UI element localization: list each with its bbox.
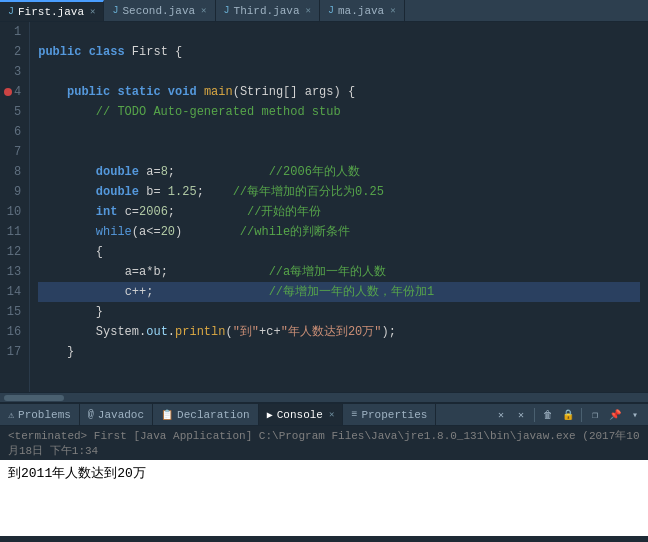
tab-second-java[interactable]: J Second.java ✕ xyxy=(104,0,215,21)
bottom-tab-label-problems: Problems xyxy=(18,409,71,421)
code-line-12: { xyxy=(38,242,640,262)
toolbar-separator-1 xyxy=(534,408,535,422)
code-line-8: double a=8; //2006年的人数 xyxy=(38,162,640,182)
bottom-tab-properties[interactable]: ≡ Properties xyxy=(343,404,436,425)
declaration-icon: 📋 xyxy=(161,409,173,421)
pin-console-button[interactable]: 📌 xyxy=(606,406,624,424)
code-line-14: c++; //每增加一年的人数，年份加1 xyxy=(38,282,640,302)
tab-label-ma: ma.java xyxy=(338,5,384,17)
bottom-tab-label-console: Console xyxy=(277,409,323,421)
properties-icon: ≡ xyxy=(351,409,357,420)
breakpoint-dot-4 xyxy=(4,88,12,96)
code-line-6 xyxy=(38,122,640,142)
tab-icon-third: J xyxy=(224,5,230,16)
tab-close-second[interactable]: ✕ xyxy=(201,5,206,16)
code-area: 1 2 3 4 5 6 7 8 9 10 11 12 13 14 15 16 1… xyxy=(0,22,648,392)
console-output: 到2011年人数达到20万 xyxy=(0,460,648,536)
view-menu-button[interactable]: ▾ xyxy=(626,406,644,424)
tab-icon-ma: J xyxy=(328,5,334,16)
tab-label-second: Second.java xyxy=(122,5,195,17)
editor-scrollbar[interactable] xyxy=(0,392,648,402)
bottom-tab-declaration[interactable]: 📋 Declaration xyxy=(153,404,259,425)
tab-close-third[interactable]: ✕ xyxy=(306,5,311,16)
tab-icon-second: J xyxy=(112,5,118,16)
console-toolbar: ✕ ✕ 🗑 🔒 ❐ 📌 ▾ xyxy=(492,404,648,425)
bottom-tab-label-javadoc: Javadoc xyxy=(98,409,144,421)
scrollbar-thumb[interactable] xyxy=(4,395,64,401)
bottom-tab-console[interactable]: ▶ Console ✕ xyxy=(259,404,344,425)
code-line-4: public static void main(String[] args) { xyxy=(38,82,640,102)
code-line-1 xyxy=(38,22,640,42)
tab-bar: J First.java ✕ J Second.java ✕ J Third.j… xyxy=(0,0,648,22)
tab-third-java[interactable]: J Third.java ✕ xyxy=(216,0,320,21)
line-numbers: 1 2 3 4 5 6 7 8 9 10 11 12 13 14 15 16 1… xyxy=(0,22,30,392)
bottom-tab-problems[interactable]: ⚠ Problems xyxy=(0,404,80,425)
tab-label-third: Third.java xyxy=(234,5,300,17)
console-tab-close[interactable]: ✕ xyxy=(329,409,334,420)
tab-close-first[interactable]: ✕ xyxy=(90,6,95,17)
tab-label-first: First.java xyxy=(18,6,84,18)
code-line-10: int c=2006; //开始的年份 xyxy=(38,202,640,222)
tab-icon-first: J xyxy=(8,6,14,17)
problems-icon: ⚠ xyxy=(8,409,14,421)
code-line-2: public class First { xyxy=(38,42,640,62)
tab-close-ma[interactable]: ✕ xyxy=(390,5,395,16)
scroll-lock-button[interactable]: 🔒 xyxy=(559,406,577,424)
code-line-13: a=a*b; //a每增加一年的人数 xyxy=(38,262,640,282)
javadoc-icon: @ xyxy=(88,409,94,420)
terminated-line: <terminated> First [Java Application] C:… xyxy=(0,426,648,460)
new-console-button[interactable]: ❐ xyxy=(586,406,604,424)
bottom-panel: <terminated> First [Java Application] C:… xyxy=(0,426,648,536)
remove-launch-button[interactable]: ✕ xyxy=(512,406,530,424)
code-line-16: System.out.println("到"+c+"年人数达到20万"); xyxy=(38,322,640,342)
bottom-tab-javadoc[interactable]: @ Javadoc xyxy=(80,404,153,425)
code-editor: 1 2 3 4 5 6 7 8 9 10 11 12 13 14 15 16 1… xyxy=(0,22,648,402)
code-line-5: // TODO Auto-generated method stub xyxy=(38,102,640,122)
toolbar-separator-2 xyxy=(581,408,582,422)
code-line-11: while(a<=20) //while的判断条件 xyxy=(38,222,640,242)
terminate-button[interactable]: ✕ xyxy=(492,406,510,424)
bottom-tab-label-declaration: Declaration xyxy=(177,409,250,421)
code-lines[interactable]: public class First { public static void … xyxy=(30,22,648,392)
bottom-tab-bar: ⚠ Problems @ Javadoc 📋 Declaration ▶ Con… xyxy=(0,402,648,426)
code-line-17: } xyxy=(38,342,640,362)
code-line-9: double b= 1.25; //每年增加的百分比为0.25 xyxy=(38,182,640,202)
clear-console-button[interactable]: 🗑 xyxy=(539,406,557,424)
console-icon: ▶ xyxy=(267,409,273,421)
code-line-15: } xyxy=(38,302,640,322)
code-line-7 xyxy=(38,142,640,162)
tab-ma-java[interactable]: J ma.java ✕ xyxy=(320,0,405,21)
code-line-3 xyxy=(38,62,640,82)
bottom-tab-label-properties: Properties xyxy=(361,409,427,421)
tab-first-java[interactable]: J First.java ✕ xyxy=(0,0,104,21)
